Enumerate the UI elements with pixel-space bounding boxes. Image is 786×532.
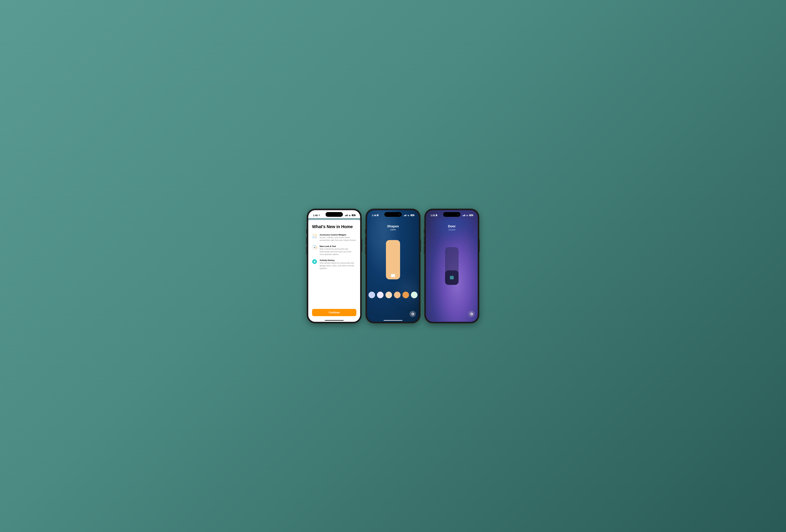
- gear-icon: [411, 313, 414, 316]
- color-swatch[interactable]: [377, 292, 384, 298]
- accessory-state: Closed: [426, 228, 478, 231]
- color-swatch[interactable]: [368, 292, 375, 298]
- color-swatch[interactable]: [402, 292, 409, 298]
- onboarding-sheet: What's New in Home Accessory Control Wid…: [308, 220, 360, 322]
- feature-title: Accessory Control Widgets: [320, 234, 356, 236]
- thermostat-icon: 70: [312, 245, 317, 250]
- status-time: 1:52: [431, 214, 435, 217]
- home-indicator[interactable]: [325, 320, 344, 321]
- feature-desc: New controls for accessories like thermo…: [320, 248, 356, 256]
- feature-desc: Access, monitor, and control home access…: [320, 236, 356, 241]
- status-time: 1:46: [313, 214, 318, 217]
- accessory-header: Door Closed: [426, 224, 478, 231]
- brightness-value: 100%: [367, 228, 419, 231]
- brightness-slider[interactable]: [386, 240, 400, 279]
- phone-whats-new: 1:46 88 What's New in Home Access: [307, 209, 362, 323]
- cellular-icon: [345, 214, 348, 216]
- continue-button[interactable]: Continue: [312, 309, 356, 316]
- status-time: 1:46: [372, 214, 376, 217]
- door-slider-knob[interactable]: [445, 271, 459, 285]
- feature-widgets: Accessory Control Widgets Access, monito…: [312, 234, 356, 241]
- color-swatch[interactable]: [386, 292, 392, 298]
- dynamic-island: [384, 212, 402, 217]
- accessory-name: Door: [426, 224, 478, 228]
- feature-look-feel: 70 New Look & Feel New controls for acce…: [312, 245, 356, 256]
- settings-button[interactable]: [410, 311, 416, 317]
- feature-desc: View activity history for accessories li…: [320, 262, 356, 270]
- sim-icon: [377, 214, 379, 216]
- dynamic-island: [326, 212, 343, 217]
- page-title: What's New in Home: [312, 224, 356, 229]
- color-swatch[interactable]: [411, 292, 418, 298]
- home-indicator[interactable]: [384, 320, 402, 321]
- phone-door-control: 1:52 88 Door Closed: [424, 209, 479, 323]
- accessory-header: Shapes 100%: [367, 224, 419, 231]
- door-slider[interactable]: [445, 247, 459, 285]
- wifi-icon: [407, 214, 410, 216]
- color-swatch[interactable]: [394, 292, 400, 298]
- cellular-icon: [463, 214, 465, 216]
- cellular-icon: [404, 214, 407, 216]
- color-swatch-row: [367, 292, 419, 298]
- battery-icon: 88: [352, 214, 355, 216]
- home-activity-icon: [312, 259, 317, 264]
- widgets-icon: [313, 234, 317, 238]
- settings-button[interactable]: [468, 311, 475, 317]
- wifi-icon: [466, 214, 468, 216]
- phone-light-control: 1:46 88 Shapes 100%: [366, 209, 420, 323]
- feature-title: New Look & Feel: [320, 245, 356, 248]
- gear-icon: [470, 313, 473, 316]
- feature-title: Activity History: [320, 259, 356, 261]
- feature-activity: Activity History View activity history f…: [312, 259, 356, 270]
- wifi-icon: [348, 214, 351, 216]
- sim-icon: [436, 214, 438, 216]
- accessory-name: Shapes: [367, 224, 419, 228]
- light-icon: [391, 274, 395, 277]
- garage-door-icon: [450, 276, 454, 279]
- dynamic-island: [443, 212, 460, 217]
- location-icon: [318, 214, 320, 216]
